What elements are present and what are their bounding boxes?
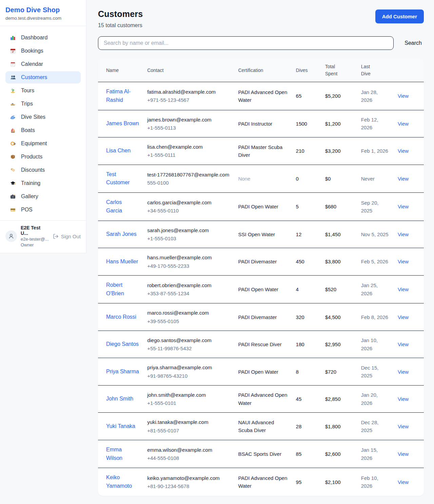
user-info: E2E Test U... e2e-tester@... Owner (21, 225, 49, 247)
sidebar-item-label: Tours (21, 88, 34, 94)
view-link[interactable]: View (398, 231, 409, 237)
training-icon (9, 180, 16, 186)
customer-email: carlos.garcia@example.com (147, 199, 230, 206)
customer-name-link[interactable]: Sarah Jones (106, 231, 137, 237)
sidebar-item-gallery[interactable]: Gallery (5, 190, 81, 203)
customer-name-link[interactable]: Diego Santos (106, 341, 139, 347)
customer-last-dive: Jan 28, 2026 (361, 89, 378, 103)
column-header-actions (398, 59, 424, 82)
view-link[interactable]: View (398, 176, 409, 182)
customer-last-dive: Nov 5, 2025 (361, 231, 389, 237)
sidebar-item-label: Equipment (21, 141, 47, 147)
customer-email: marco.rossi@example.com (147, 309, 230, 317)
view-link[interactable]: View (398, 148, 409, 154)
customer-name-link[interactable]: Marco Rossi (106, 314, 136, 320)
customer-name-link[interactable]: Fatima Al-Rashid (106, 89, 131, 103)
sidebar-item-pos[interactable]: POS (5, 204, 81, 216)
customer-last-dive: Jan 20, 2026 (361, 392, 378, 406)
customer-email: robert.obrien@example.com (147, 281, 230, 289)
customer-last-dive: Feb 12, 2026 (361, 117, 378, 130)
view-link[interactable]: View (398, 121, 409, 127)
customer-phone: +81-555-0107 (147, 427, 230, 434)
view-link[interactable]: View (398, 396, 409, 402)
customer-name-link[interactable]: Lisa Chen (106, 148, 131, 153)
sidebar-header: Demo Dive Shop demo.test.divestreams.com (0, 0, 86, 26)
sidebar: Demo Dive Shop demo.test.divestreams.com… (0, 0, 86, 253)
customer-certification: PADI Divemaster (238, 259, 277, 264)
customer-phone: +353-87-555-1234 (147, 290, 230, 297)
view-link[interactable]: View (398, 314, 409, 320)
customer-email: yuki.tanaka@example.com (147, 418, 230, 426)
table-row: Fatima Al-Rashid fatima.alrashid@example… (98, 82, 424, 110)
view-link[interactable]: View (398, 479, 409, 485)
sidebar-item-tours[interactable]: Tours (5, 85, 81, 97)
sidebar-item-products[interactable]: Products (5, 151, 81, 163)
sidebar-item-dashboard[interactable]: Dashboard (5, 32, 81, 44)
customer-total-spent: $2,600 (325, 451, 341, 457)
customer-email: diego.santos@example.com (147, 336, 230, 344)
view-link[interactable]: View (398, 286, 409, 292)
table-row: Carlos Garcia carlos.garcia@example.com … (98, 193, 424, 221)
customer-last-dive: Jan 10, 2026 (361, 337, 378, 351)
view-link[interactable]: View (398, 259, 409, 264)
customer-certification: PADI Open Water (238, 204, 278, 209)
total-customers-count: 15 total customers (98, 22, 143, 29)
customers-table-card: Name Contact Certification Dives Total S… (98, 59, 424, 496)
table-row: Emma Wilson emma.wilson@example.com +44-… (98, 440, 424, 468)
sidebar-item-bookings[interactable]: 17 Bookings (5, 45, 81, 57)
customer-name-link[interactable]: John Smith (106, 396, 133, 402)
customer-dives: 45 (296, 396, 302, 402)
view-link[interactable]: View (398, 93, 409, 99)
customer-phone: +1-555-0113 (147, 124, 230, 132)
sidebar-item-calendar[interactable]: Calendar (5, 58, 81, 70)
sidebar-item-label: Dashboard (21, 35, 47, 41)
person-icon (8, 233, 14, 239)
view-link[interactable]: View (398, 451, 409, 457)
sidebar-item-equipment[interactable]: Equipment (5, 137, 81, 150)
view-link[interactable]: View (398, 204, 409, 209)
table-row: John Smith john.smith@example.com +1-555… (98, 385, 424, 413)
customer-total-spent: $1,450 (325, 231, 341, 237)
customer-name-link[interactable]: Carlos Garcia (106, 199, 122, 213)
equipment-icon (9, 141, 16, 147)
sidebar-item-label: Trips (21, 101, 33, 107)
customer-name-link[interactable]: James Brown (106, 120, 139, 126)
view-link[interactable]: View (398, 424, 409, 429)
customer-name-link[interactable]: Yuki Tanaka (106, 423, 135, 429)
customer-total-spent: $3,200 (325, 148, 341, 154)
customer-name-link[interactable]: Test Customer (106, 171, 130, 186)
customer-dives: 180 (296, 341, 304, 347)
customer-email: test-1772681807767@example.com (147, 171, 230, 179)
customer-email: hans.mueller@example.com (147, 254, 230, 261)
customer-last-dive: Jan 25, 2026 (361, 282, 378, 296)
sidebar-item-discounts[interactable]: Discounts (5, 164, 81, 176)
customer-phone: +34-555-0110 (147, 207, 230, 214)
customer-total-spent: $720 (325, 369, 336, 375)
customer-name-link[interactable]: Keiko Yamamoto (106, 474, 132, 489)
customer-name-link[interactable]: Priya Sharma (106, 369, 139, 374)
main-content: Customers 15 total customers Add Custome… (86, 0, 434, 504)
user-section: E2E Test U... e2e-tester@... Owner Sign … (0, 220, 86, 253)
customer-name-link[interactable]: Emma Wilson (106, 447, 122, 461)
customer-email: sarah.jones@example.com (147, 226, 230, 234)
sidebar-item-customers[interactable]: Customers (5, 71, 81, 83)
view-link[interactable]: View (398, 341, 409, 347)
customer-name-link[interactable]: Hans Mueller (106, 259, 138, 264)
add-customer-button[interactable]: Add Customer (375, 10, 424, 23)
view-link[interactable]: View (398, 369, 409, 375)
dive-sites-icon (9, 114, 16, 120)
customer-total-spent: $520 (325, 286, 336, 292)
sidebar-item-trips[interactable]: Trips (5, 98, 81, 110)
customer-email: john.smith@example.com (147, 391, 230, 399)
sidebar-item-dive-sites[interactable]: Dive Sites (5, 111, 81, 123)
customer-dives: 28 (296, 424, 302, 429)
customer-dives: 0 (296, 176, 299, 182)
user-name: E2E Test U... (21, 225, 49, 236)
search-input[interactable] (98, 36, 394, 50)
customer-name-link[interactable]: Robert O'Brien (106, 282, 124, 296)
sidebar-item-training[interactable]: Training (5, 177, 81, 189)
sidebar-item-boats[interactable]: Boats (5, 124, 81, 136)
search-button[interactable]: Search (402, 37, 424, 49)
customer-email: emma.wilson@example.com (147, 446, 230, 454)
sign-out-button[interactable]: Sign Out (53, 234, 81, 239)
